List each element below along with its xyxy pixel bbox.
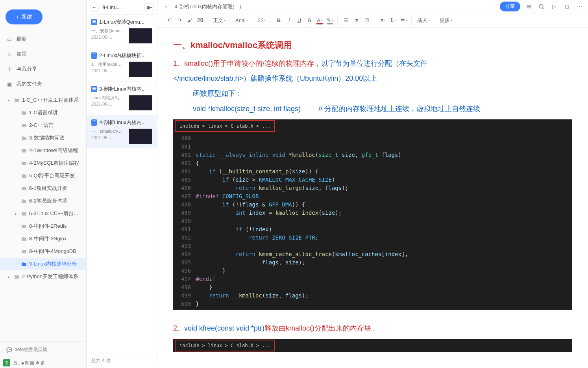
share-button[interactable]: 分享 xyxy=(500,2,520,11)
recent-icon: ▭ xyxy=(6,36,13,42)
nav-myfolder[interactable]: ▣ 我的文件夹 xyxy=(0,76,86,91)
file-item[interactable]: 3-剖析Linux内核内...Linux内核源码分析：...2021-06-..… xyxy=(87,82,157,115)
present-icon[interactable]: ▷ xyxy=(550,3,558,11)
tree-item[interactable]: 1-C语言精讲 xyxy=(0,106,86,119)
nav-recent[interactable]: ▭ 最新 xyxy=(0,32,86,46)
file-list-footer: 总共 4 项 xyxy=(87,353,157,368)
tree-item-label: 1-C语言精讲 xyxy=(29,109,58,116)
search-icon[interactable] xyxy=(538,3,545,11)
new-button[interactable]: + 新建 xyxy=(6,9,43,24)
tree-item[interactable]: 9-Linux内核源码分析 xyxy=(0,258,86,270)
tree-item[interactable]: 6-2学员服务体系 xyxy=(0,195,86,207)
doc-icon xyxy=(91,86,97,92)
undo-button[interactable]: ↶ xyxy=(165,16,174,25)
clear-format-button[interactable]: ⌧ xyxy=(195,16,205,25)
checklist-button[interactable]: ☑ xyxy=(362,16,372,25)
code-block-2: include > linux > C slab.h > ... xyxy=(173,339,572,352)
folder-icon xyxy=(21,249,27,254)
underline-button[interactable]: U xyxy=(294,16,304,25)
nav-star[interactable]: ☆ 加星 xyxy=(0,46,86,61)
chevron-icon: ▾ xyxy=(8,98,12,102)
history-icon[interactable]: ▤ xyxy=(525,3,533,11)
doc-icon xyxy=(91,119,97,126)
code-breadcrumb: include > linux > C slab.h > ... xyxy=(175,120,275,132)
tree-item-label: 8-中间件-4MongoDB xyxy=(29,248,76,255)
insert-dropdown[interactable]: 插入▾ xyxy=(416,16,431,25)
tree-item[interactable]: ▸2-Python开发工程师体系 xyxy=(0,270,86,283)
back-button[interactable]: ← xyxy=(90,2,99,12)
heading-1: 一、kmalloc/vmalloc系统调用 xyxy=(173,39,572,51)
more-icon[interactable]: ⋯ xyxy=(575,3,583,11)
line-numbers: 4804814824834844854864874884894904914924… xyxy=(173,133,196,310)
nav-label: 与我分享 xyxy=(17,65,37,72)
redo-button[interactable]: ↷ xyxy=(175,16,184,25)
file-title: 1-Linux安装Qemu... xyxy=(99,19,144,26)
italic-button[interactable]: I xyxy=(284,16,294,25)
tray-text: 五 . ♣ ₪ 圈 ≛ ∯ xyxy=(13,360,44,366)
beta-label: beta版意见反馈 xyxy=(15,346,47,353)
paragraph: 1、kmalloc()用于申请较小的/连续的物理内存，以字节为单位进行分配（在头… xyxy=(173,57,572,70)
nav-share[interactable]: ⇪ 与我分享 xyxy=(0,61,86,76)
sidebar: + 新建 ▭ 最新 ☆ 加星 ⇪ 与我分享 ▣ 我的文件夹 ▾1-C_C++开发… xyxy=(0,0,87,368)
bold-button[interactable]: B xyxy=(274,16,283,25)
document-content[interactable]: 一、kmalloc/vmalloc系统调用 1、kmalloc()用于申请较小的… xyxy=(157,28,588,368)
font-family-dropdown[interactable]: Arial▾ xyxy=(234,16,250,25)
more-dropdown[interactable]: 更多▾ xyxy=(438,16,454,25)
folder-icon xyxy=(14,98,20,102)
file-date: 2021-06-... xyxy=(91,102,126,106)
view-toggle-button[interactable]: ▦▾ xyxy=(144,3,154,11)
paragraph: </include/linux/slab.h>）麒麟操作系统（UbuntuKyl… xyxy=(173,72,572,85)
ordered-list-button[interactable]: ≡ xyxy=(352,16,361,25)
tree-item[interactable]: 6-1项目实战开发 xyxy=(0,182,86,195)
star-icon: ☆ xyxy=(6,51,13,57)
tree-item[interactable]: 8-中间件-4MongoDB xyxy=(0,245,86,258)
format-painter-button[interactable]: 🖌 xyxy=(185,16,194,25)
tree-item-label: 5-Qt跨平台高级开发 xyxy=(29,172,75,179)
line-height-button[interactable]: ⇅▾ xyxy=(388,16,398,25)
folder-icon xyxy=(21,236,27,241)
tree-item[interactable]: 8-中间件-2Redis xyxy=(0,220,86,232)
text-blue: 以字节为单位进行分配（在头文件 xyxy=(321,59,427,67)
tree-item[interactable]: 3-数据结构算法 xyxy=(0,132,86,144)
folder-icon: ▣ xyxy=(6,81,13,87)
file-item[interactable]: 4-剖析Linux内核内...一、kmalloc/v...2021-06-... xyxy=(87,115,157,149)
font-family-label: Arial xyxy=(235,17,246,23)
system-tray: S 五 . ♣ ₪ 圈 ≛ ∯ xyxy=(0,358,86,368)
doc-type-icon[interactable]: ▫ xyxy=(162,3,170,11)
strikethrough-button[interactable]: S xyxy=(305,16,314,25)
tree-item[interactable]: 5-Qt跨平台高级开发 xyxy=(0,169,86,182)
tree-item[interactable]: ▸6-3Linux CC++后台... xyxy=(0,207,86,220)
new-button-label: 新建 xyxy=(21,13,32,20)
code-breadcrumb: include > linux > C slab.h > ... xyxy=(175,340,275,351)
tree-item[interactable]: 4-1Windows高级编程 xyxy=(0,144,86,157)
file-item[interactable]: 2-Linux内核模块插...1、使用mkdir创建...2021-05-... xyxy=(87,48,157,82)
align-button[interactable]: ≡▾ xyxy=(378,16,388,25)
paragraph-style-label: 正文 xyxy=(213,17,223,24)
file-item[interactable]: 1-Linux安装Qemu...一、安装Qemu工...2021-05-... xyxy=(87,15,157,48)
file-list-header: ← 9-Linu... ▦▾ xyxy=(87,0,157,15)
tree-item[interactable]: 2-C++语言 xyxy=(0,119,86,132)
indent-button[interactable]: ≣▾ xyxy=(399,16,409,25)
nav-label: 最新 xyxy=(17,35,27,43)
file-desc: Linux内核源码分析：... xyxy=(91,95,126,101)
folder-tree: ▾1-C_C++开发工程师体系1-C语言精讲2-C++语言3-数据结构算法4-1… xyxy=(0,91,86,341)
bullet-list-button[interactable]: ☰ xyxy=(342,16,351,25)
font-size-dropdown[interactable]: 22▾ xyxy=(256,16,267,25)
bookmark-icon[interactable]: ◻ xyxy=(563,3,571,11)
tree-item[interactable]: 8-中间件-3Nginx xyxy=(0,232,86,245)
beta-feedback[interactable]: 💬 beta版意见反馈 xyxy=(0,341,86,358)
tree-item[interactable]: 4-2MySQL数据库编程 xyxy=(0,157,86,169)
paragraph: 函数原型如下： xyxy=(173,87,572,100)
more-label: 更多 xyxy=(440,17,450,24)
highlight-button[interactable]: ✎▾ xyxy=(325,16,335,25)
tree-item-label: 6-1项目实战开发 xyxy=(29,185,67,192)
text-red: 2、 xyxy=(173,324,184,332)
tree-item-label: 2-Python开发工程师体系 xyxy=(22,273,78,280)
tree-item[interactable]: ▾1-C_C++开发工程师体系 xyxy=(0,94,86,106)
main-area: ▫ 4-剖析Linux内核内存管理(二) 分享 ▤ ▷ ◻ ⋯ ↶ ↷ 🖌 ⌧ … xyxy=(157,0,588,368)
ime-icon[interactable]: S xyxy=(3,359,10,366)
nav-label: 我的文件夹 xyxy=(17,80,42,87)
document-title[interactable]: 4-剖析Linux内核内存管理(二) xyxy=(175,3,495,10)
paragraph-style-dropdown[interactable]: 正文▾ xyxy=(211,16,227,25)
font-color-button[interactable]: A▾ xyxy=(315,16,324,25)
